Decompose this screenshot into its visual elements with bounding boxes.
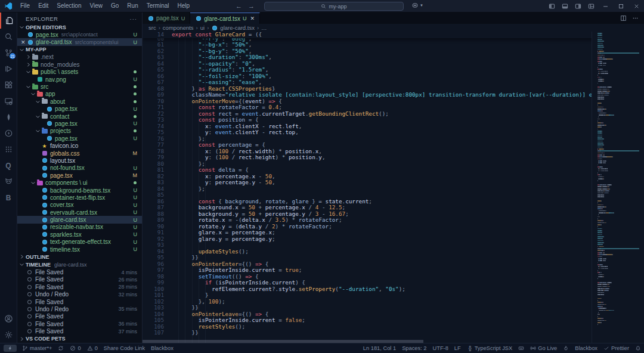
breadcrumb-item[interactable]: src (148, 24, 156, 31)
more-actions-icon[interactable] (632, 15, 639, 21)
close-icon[interactable]: ✕ (250, 16, 255, 21)
problems-warnings[interactable]: 0 (84, 343, 101, 353)
tree-item-text-generate-effect.tsx[interactable]: text-generate-effect.tsxU (17, 239, 142, 246)
tree-item-.next[interactable]: .next (17, 54, 142, 61)
layout-panel-icon[interactable] (558, 0, 571, 12)
timeline-item[interactable]: File Saved37 mins (17, 327, 142, 335)
blackbox-status[interactable]: Blackbox (148, 343, 177, 353)
sync-changes[interactable] (55, 343, 67, 353)
tree-item-nodemodules[interactable]: node_modules (17, 61, 142, 68)
timeline-item[interactable]: File Saved (17, 298, 142, 305)
layout-sidebar-left-icon[interactable] (545, 0, 558, 12)
code-line[interactable]: 84 }; (143, 186, 597, 193)
grid-icon[interactable] (0, 141, 17, 157)
tree-item-not-found.tsx[interactable]: not-found.tsxU (17, 165, 142, 172)
extensions-icon[interactable] (0, 77, 17, 93)
git-branch[interactable]: master*+ (19, 343, 55, 353)
maximize-button[interactable] (613, 0, 628, 12)
run-debug-icon[interactable] (0, 61, 17, 77)
pets-icon[interactable] (0, 174, 17, 190)
code-line[interactable]: 79 y: (100 / rect.height) * position.y, (143, 154, 597, 161)
keyboard-shortcuts[interactable] (515, 343, 527, 353)
cursor-position[interactable]: Ln 181, Col 1 (360, 343, 399, 353)
section-outline[interactable]: OUTLINE (17, 253, 142, 261)
tree-item-background-beams.tsx[interactable]: background-beams.tsxU (17, 187, 142, 194)
open-editor-page.tsx[interactable]: page.tsxsrc\app\contactU (17, 31, 142, 38)
remote-explorer-icon[interactable] (0, 93, 17, 109)
share-code-link[interactable]: Share Code Link (101, 343, 148, 353)
layout-customize-icon[interactable] (584, 0, 597, 12)
timeline-item[interactable]: File Saved (17, 313, 142, 320)
tree-item-timeline.tsx[interactable]: timeline.tsxU (17, 246, 142, 253)
problems-errors[interactable]: 0 (67, 343, 83, 353)
open-editor-glare-card.tsx[interactable]: ✕glare-card.tsxsrc\components\uiU (17, 38, 142, 45)
go-live[interactable]: Go Live (527, 343, 560, 353)
tree-item-glare-card.tsx[interactable]: glare-card.tsxU (17, 216, 142, 223)
tree-item-contact[interactable]: contact (17, 113, 142, 120)
breadcrumb-file[interactable]: glare-card.tsx (220, 24, 255, 31)
tree-item-sparkles.tsx[interactable]: sparkles.tsxU (17, 231, 142, 238)
blackbox-chat[interactable]: Blackbox (572, 343, 600, 353)
tab-page.tsx[interactable]: page.tsxU (143, 13, 190, 24)
code-line[interactable]: 75 y: event.clientY - rect.top, (143, 129, 597, 136)
remote-indicator[interactable] (4, 345, 17, 352)
sticky-line[interactable]: 14export const GlareCard = ({ (143, 32, 597, 38)
prettier[interactable]: Prettier (600, 343, 632, 353)
eol[interactable]: LF (451, 343, 464, 353)
source-control-icon[interactable]: 21 (0, 45, 17, 61)
timeline-item[interactable]: Undo / Redo35 mins (17, 305, 142, 312)
tree-item-page.tsx[interactable]: page.tsxU (17, 120, 142, 127)
code-line[interactable]: 106 resetStyles(); (143, 324, 597, 330)
menu-edit[interactable]: Edit (34, 0, 52, 12)
language-mode[interactable]: {}TypeScript JSX (464, 343, 516, 353)
tree-item-nav.png[interactable]: nav.pngU (17, 76, 142, 83)
tab-glare-card.tsx[interactable]: glare-card.tsxU✕ (190, 13, 260, 24)
tree-item-cover.tsx[interactable]: cover.tsxU (17, 202, 142, 209)
views-more-actions-icon[interactable]: ··· (130, 16, 138, 22)
timeline-item[interactable]: File Saved4 mins (17, 268, 142, 275)
section-open-editors[interactable]: OPEN EDITORS (17, 23, 142, 31)
code-line[interactable]: 102 }, 100); (143, 299, 597, 305)
blackbox-icon[interactable]: B (0, 190, 17, 206)
tree-item-container-text-flip.tsx[interactable]: container-text-flip.tsxU (17, 194, 142, 201)
breadcrumb-item[interactable]: ui (200, 24, 205, 31)
tree-item-componentsui[interactable]: components \ ui (17, 179, 142, 186)
code-line[interactable]: 83 y: percentage.y - 50, (143, 179, 597, 186)
menu-terminal[interactable]: Terminal (143, 0, 174, 12)
code-line[interactable]: 94 updateStyles(); (143, 249, 597, 255)
tree-item-evervault-card.tsx[interactable]: evervault-card.tsxU (17, 209, 142, 216)
tree-item-src[interactable]: src (17, 83, 142, 90)
timeline-item[interactable]: File Saved28 mins (17, 283, 142, 290)
horizontal-scrollbar[interactable] (143, 340, 423, 343)
mongodb-icon[interactable] (0, 109, 17, 125)
section-pets[interactable]: VS CODE PETS (17, 335, 142, 343)
command-center-search[interactable]: my-app (264, 2, 404, 11)
accounts-icon[interactable] (0, 311, 17, 327)
tree-item-page.tsx[interactable]: page.tsxU (17, 135, 142, 142)
tree-item-page.tsx[interactable]: page.tsxU (17, 106, 142, 113)
blackbox-ext[interactable] (560, 343, 572, 353)
tree-item-layout.tsx[interactable]: layout.tsx (17, 157, 142, 164)
menu-file[interactable]: File (16, 0, 34, 12)
quokka-icon[interactable]: Q (0, 157, 17, 174)
menu-run[interactable]: Run (123, 0, 142, 12)
close-icon[interactable]: ✕ (21, 39, 27, 45)
minimap[interactable] (592, 32, 644, 343)
sticky-scroll-line[interactable]: 14export const GlareCard = ({ (143, 32, 597, 38)
tree-item-publicassets[interactable]: public \ assets (17, 69, 142, 76)
timeline-item[interactable]: File Saved36 mins (17, 320, 142, 327)
tree-item-app[interactable]: app (17, 91, 142, 98)
tree-item-page.tsx[interactable]: page.tsxM (17, 172, 142, 179)
timeline-item[interactable]: Undo / Redo32 mins (17, 291, 142, 298)
editor-body[interactable]: 14export const GlareCard = ({ 59 "--r-x"… (143, 32, 644, 343)
search-icon[interactable] (0, 29, 17, 45)
menu-help[interactable]: Help (174, 0, 194, 12)
section-timeline[interactable]: TIMELINE glare-card.tsx (17, 261, 142, 268)
tree-item-resizable-navbar.tsx[interactable]: resizable-navbar.tsxU (17, 224, 142, 231)
menu-selection[interactable]: Selection (52, 0, 85, 12)
encoding[interactable]: UTF-8 (429, 343, 451, 353)
split-editor-icon[interactable] (620, 15, 627, 21)
minimize-button[interactable] (597, 0, 613, 12)
menu-view[interactable]: View (86, 0, 107, 12)
forward-arrow-icon[interactable]: → (248, 2, 255, 10)
